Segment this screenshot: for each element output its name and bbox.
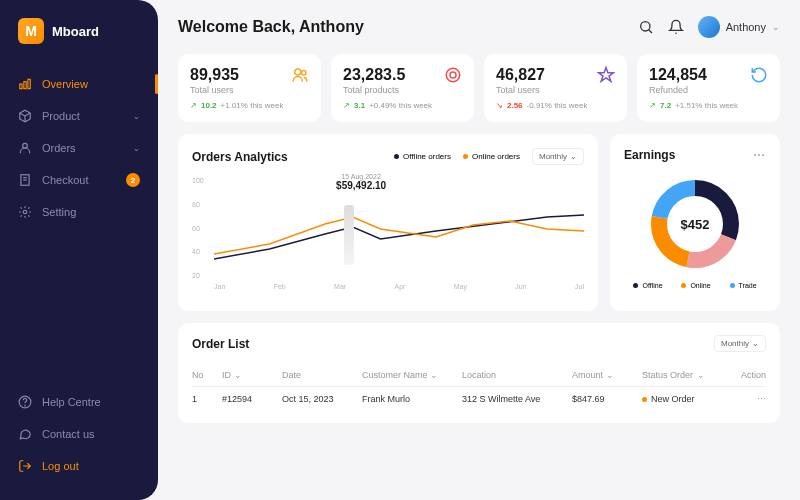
col-action: Action	[722, 370, 766, 380]
svg-point-9	[25, 405, 26, 406]
sidebar-item-checkout[interactable]: Checkout 2	[0, 164, 158, 196]
sidebar-item-contact[interactable]: Contact us	[0, 418, 158, 450]
logo[interactable]: M Mboard	[0, 18, 158, 44]
earnings-legend: Offline Online Trade	[624, 282, 766, 289]
stat-label: Total users	[190, 85, 309, 95]
arrow-down-icon: ↘	[496, 101, 503, 110]
legend-label: Offline orders	[403, 152, 451, 161]
line-chart: 100 80 60 40 20 15 Aug 2022 $59,492.10	[192, 177, 584, 297]
nav-label: Orders	[42, 142, 123, 154]
svg-point-12	[295, 69, 301, 75]
cell-status: New Order	[642, 394, 722, 404]
chevron-down-icon: ⌄	[570, 152, 577, 161]
dot-icon	[633, 283, 638, 288]
col-loc: Location	[462, 370, 572, 380]
stat-delta: 3.1	[354, 101, 365, 110]
header-right: Anthony ⌄	[638, 16, 780, 38]
period-dropdown[interactable]: Monthly⌄	[532, 148, 584, 165]
x-tick: Jan	[214, 283, 225, 290]
search-icon[interactable]	[638, 19, 654, 35]
user-menu[interactable]: Anthony ⌄	[698, 16, 780, 38]
svg-point-10	[640, 22, 649, 31]
col-label: ID	[222, 370, 231, 380]
tooltip-value: $59,492.10	[336, 180, 386, 191]
x-tick: Feb	[274, 283, 286, 290]
main: Welcome Back, Anthony Anthony ⌄ 89,935 T…	[158, 0, 800, 500]
col-label: Customer Name	[362, 370, 428, 380]
orders-analytics-card: Orders Analytics Offline orders Online o…	[178, 134, 598, 311]
legend-offline: Offline orders	[394, 152, 451, 161]
card-header: Order List Monthly⌄	[192, 335, 766, 352]
sidebar-item-product[interactable]: Product ⌄	[0, 100, 158, 132]
card-header: Earnings ⋯	[624, 148, 766, 162]
status-dot-icon	[642, 397, 647, 402]
logout-icon	[18, 459, 32, 473]
logo-icon: M	[18, 18, 44, 44]
x-tick: Jun	[515, 283, 526, 290]
svg-point-13	[302, 71, 307, 76]
x-axis: Jan Feb Mar Apr May Jun Jul	[214, 283, 584, 290]
cell-date: Oct 15, 2023	[282, 394, 362, 404]
nav-bottom: Help Centre Contact us Log out	[0, 386, 158, 482]
header: Welcome Back, Anthony Anthony ⌄	[178, 16, 780, 38]
cell-name: Frank Murlo	[362, 394, 462, 404]
row-action[interactable]: ⋯	[722, 394, 766, 404]
dot-icon	[730, 283, 735, 288]
col-date: Date	[282, 370, 362, 380]
chat-icon	[18, 427, 32, 441]
col-name[interactable]: Customer Name ⌄	[362, 370, 462, 380]
donut-center-value: $452	[645, 174, 745, 274]
card-title: Earnings	[624, 148, 675, 162]
cell-amt: $847.69	[572, 394, 642, 404]
chart-lines	[214, 177, 584, 279]
svg-point-14	[446, 68, 460, 82]
arrow-up-icon: ↗	[190, 101, 197, 110]
sidebar-item-help[interactable]: Help Centre	[0, 386, 158, 418]
sidebar-item-overview[interactable]: Overview	[0, 68, 158, 100]
svg-rect-0	[20, 84, 22, 89]
table-row[interactable]: 1 #12594 Oct 15, 2023 Frank Murlo 312 S …	[192, 387, 766, 411]
period-dropdown[interactable]: Monthly⌄	[714, 335, 766, 352]
col-status[interactable]: Status Order ⌄	[642, 370, 722, 380]
card-title: Order List	[192, 337, 249, 351]
table-body: 1 #12594 Oct 15, 2023 Frank Murlo 312 S …	[192, 387, 766, 411]
sidebar-item-setting[interactable]: Setting	[0, 196, 158, 228]
card-title: Orders Analytics	[192, 150, 288, 164]
legend-label: Online	[690, 282, 710, 289]
gear-icon	[18, 205, 32, 219]
nav-label: Product	[42, 110, 123, 122]
receipt-icon	[18, 173, 32, 187]
stat-change: ↘2.56-0.91% this week	[496, 101, 615, 110]
svg-point-3	[23, 143, 28, 148]
badge: 2	[126, 173, 140, 187]
dropdown-label: Monthly	[721, 339, 749, 348]
user-icon	[18, 141, 32, 155]
sidebar-item-orders[interactable]: Orders ⌄	[0, 132, 158, 164]
bell-icon[interactable]	[668, 19, 684, 35]
tooltip-date: 15 Aug 2022	[336, 173, 386, 180]
col-no: No	[192, 370, 222, 380]
stat-pct: +0.49% this week	[369, 101, 432, 110]
refund-icon	[750, 66, 768, 84]
stat-delta: 2.56	[507, 101, 523, 110]
more-icon[interactable]: ⋯	[753, 148, 766, 162]
col-id[interactable]: ID ⌄	[222, 370, 282, 380]
x-tick: Mar	[334, 283, 346, 290]
svg-line-11	[648, 30, 651, 33]
legend-item: Offline	[633, 282, 662, 289]
arrow-up-icon: ↗	[649, 101, 656, 110]
legend-online: Online orders	[463, 152, 520, 161]
svg-point-7	[23, 210, 27, 214]
x-tick: Apr	[395, 283, 406, 290]
svg-point-15	[450, 72, 456, 78]
stat-card: 23,283.5 Total products ↗3.1+0.49% this …	[331, 54, 474, 122]
user-name: Anthony	[726, 21, 766, 33]
stat-label: Total users	[496, 85, 615, 95]
help-icon	[18, 395, 32, 409]
sidebar-item-logout[interactable]: Log out	[0, 450, 158, 482]
col-amt[interactable]: Amount ⌄	[572, 370, 642, 380]
legend: Offline orders Online orders Monthly⌄	[394, 148, 584, 165]
charts-row: Orders Analytics Offline orders Online o…	[178, 134, 780, 311]
y-tick: 20	[192, 272, 204, 279]
chart-area: 15 Aug 2022 $59,492.10	[214, 177, 584, 279]
